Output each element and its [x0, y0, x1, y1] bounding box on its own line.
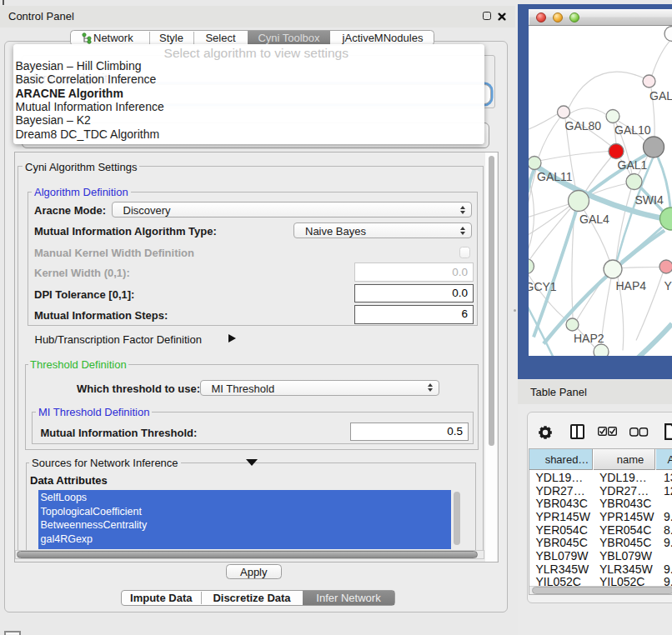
svg-text:GAL10: GAL10 [614, 123, 651, 137]
svg-text:GAL4: GAL4 [579, 212, 609, 225]
svg-text:HAP2: HAP2 [574, 332, 604, 345]
svg-text:GAL1: GAL1 [618, 158, 648, 171]
svg-text:GCY1: GCY1 [529, 279, 557, 292]
svg-text:SWI4: SWI4 [635, 193, 664, 207]
svg-text:GAL80: GAL80 [565, 118, 602, 132]
svg-text:HAP4: HAP4 [616, 279, 647, 292]
svg-text:Y: Y [664, 279, 672, 292]
svg-text:GAL2: GAL2 [649, 88, 672, 102]
svg-text:GAL11: GAL11 [537, 170, 573, 183]
